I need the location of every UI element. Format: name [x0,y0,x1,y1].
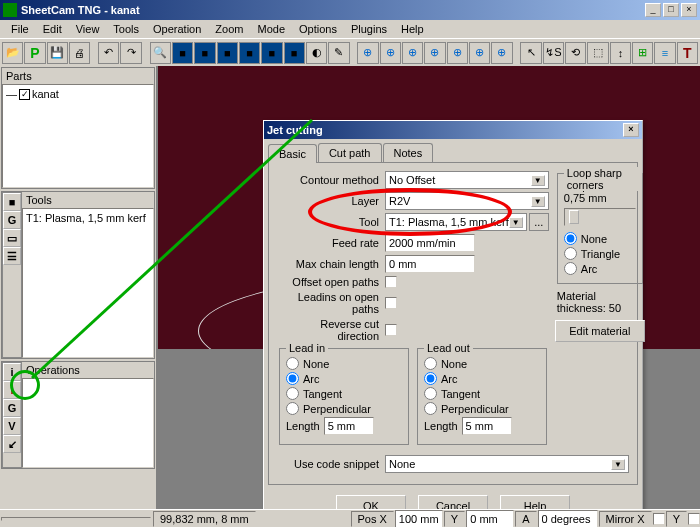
tool-btn-3[interactable]: ■ [217,42,238,64]
op-btn-2[interactable]: ⊕ [380,42,401,64]
tool-btn-5[interactable]: ■ [261,42,282,64]
chevron-down-icon[interactable]: ▼ [531,196,545,207]
reversecut-checkbox[interactable] [385,324,397,336]
leadout-none[interactable]: None [424,357,540,370]
tool-btn-7[interactable]: ◐ [306,42,327,64]
ops-vbtn-2[interactable]: i [3,381,21,399]
tool-btn-8[interactable]: ✎ [328,42,349,64]
leadin-tangent[interactable]: Tangent [286,387,402,400]
op-btn-6[interactable]: ⊕ [469,42,490,64]
tab-cutpath[interactable]: Cut path [318,143,382,162]
loop-arc[interactable]: Arc [564,262,636,275]
part-checkbox[interactable]: ✓ [19,89,30,100]
layer-combo[interactable]: R2V▼ [385,192,549,210]
loop-none[interactable]: None [564,232,636,245]
expand-icon[interactable]: — [6,88,17,100]
loop-title: Loop sharp corners [564,167,642,191]
leadin-perp[interactable]: Perpendicular [286,402,402,415]
cursor-misc-icon[interactable]: ≡ [654,42,675,64]
tool-open-icon[interactable]: 📂 [2,42,23,64]
maximize-button[interactable]: □ [663,3,679,17]
loop-triangle[interactable]: Triangle [564,247,636,260]
contour-combo[interactable]: No Offset▼ [385,171,549,189]
minimize-button[interactable]: _ [645,3,661,17]
menu-file[interactable]: File [4,21,36,37]
tool-combo[interactable]: T1: Plasma, 1,5 mm kerf▼ [385,213,527,231]
ops-vbtn-g[interactable]: G [3,399,21,417]
tool-btn-6[interactable]: ■ [284,42,305,64]
ops-vbtn-v[interactable]: V [3,417,21,435]
leadin-length-input[interactable] [324,417,374,435]
leadout-tangent[interactable]: Tangent [424,387,540,400]
op-btn-3[interactable]: ⊕ [402,42,423,64]
tool-label: Tool [277,216,385,228]
tool-redo-icon[interactable]: ↷ [120,42,141,64]
chevron-down-icon[interactable]: ▼ [531,175,545,186]
op-btn-1[interactable]: ⊕ [357,42,378,64]
tool-btn-1[interactable]: ■ [172,42,193,64]
tool-item[interactable]: T1: Plasma, 1,5 mm kerf [25,211,151,225]
tool-btn-4[interactable]: ■ [239,42,260,64]
leadout-perp[interactable]: Perpendicular [424,402,540,415]
chevron-down-icon[interactable]: ▼ [611,459,625,470]
menu-options[interactable]: Options [292,21,344,37]
op-btn-7[interactable]: ⊕ [491,42,512,64]
cursor-arrow-icon[interactable]: ↖ [520,42,541,64]
tool-label: T1: Plasma, 1,5 mm kerf [26,212,146,224]
dialog-close-button[interactable]: × [623,123,639,137]
offsetopen-checkbox[interactable] [385,276,397,288]
edit-material-button[interactable]: Edit material [555,320,645,342]
cursor-move-icon[interactable]: ↕ [610,42,631,64]
tool-undo-icon[interactable]: ↶ [98,42,119,64]
loop-slider[interactable] [564,208,636,226]
tools-vbtn-3[interactable]: ☰ [3,247,21,265]
status-ang-input[interactable] [538,510,598,528]
status-mirx-check[interactable] [653,513,665,525]
tool-zoom-icon[interactable]: 🔍 [150,42,171,64]
ops-vbtn-3[interactable]: ↙ [3,435,21,453]
chevron-down-icon[interactable]: ▼ [509,217,523,228]
tools-vbtn-g[interactable]: G [3,211,21,229]
dialog-titlebar[interactable]: Jet cutting × [264,121,642,139]
cursor-grid-icon[interactable]: ⊞ [632,42,653,64]
leadins-checkbox[interactable] [385,297,397,309]
status-posx-input[interactable] [395,510,443,528]
tools-vbtn-1[interactable]: ■ [3,193,21,211]
tab-notes[interactable]: Notes [383,143,434,162]
menu-help[interactable]: Help [394,21,431,37]
leadin-none[interactable]: None [286,357,402,370]
menu-mode[interactable]: Mode [250,21,292,37]
feedrate-input[interactable] [385,234,475,252]
tool-print-icon[interactable]: 🖨 [69,42,90,64]
tool-browse-button[interactable]: ... [529,213,549,231]
cursor-snap-icon[interactable]: ↯S [543,42,564,64]
menu-edit[interactable]: Edit [36,21,69,37]
tools-vbtn-2[interactable]: ▭ [3,229,21,247]
text-tool-icon[interactable]: T [677,42,698,64]
tab-basic[interactable]: Basic [268,144,317,163]
status-posy-input[interactable] [466,510,514,528]
tool-btn-2[interactable]: ■ [194,42,215,64]
leadout-length-input[interactable] [462,417,512,435]
tool-post-icon[interactable]: P [24,42,45,64]
menu-operation[interactable]: Operation [146,21,208,37]
snippet-combo[interactable]: None▼ [385,455,629,473]
cursor-select-icon[interactable]: ⬚ [587,42,608,64]
menu-plugins[interactable]: Plugins [344,21,394,37]
dialog-title: Jet cutting [267,124,621,136]
parts-item[interactable]: — ✓ kanat [5,87,151,101]
menu-view[interactable]: View [69,21,107,37]
op-btn-5[interactable]: ⊕ [447,42,468,64]
maxchain-input[interactable] [385,255,475,273]
ops-vbtn-1[interactable]: i [3,363,21,381]
menu-tools[interactable]: Tools [106,21,146,37]
leadin-arc[interactable]: Arc [286,372,402,385]
cursor-rotate-icon[interactable]: ⟲ [565,42,586,64]
leadout-arc[interactable]: Arc [424,372,540,385]
op-btn-4[interactable]: ⊕ [424,42,445,64]
offsetopen-label: Offset open paths [277,276,385,288]
status-miry-check[interactable] [688,513,700,525]
tool-save-icon[interactable]: 💾 [47,42,68,64]
close-button[interactable]: × [681,3,697,17]
menu-zoom[interactable]: Zoom [208,21,250,37]
